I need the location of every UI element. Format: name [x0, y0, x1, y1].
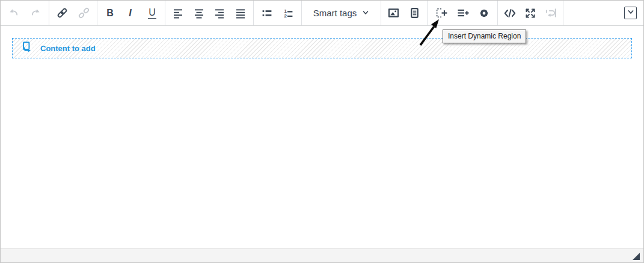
document-icon	[408, 7, 421, 19]
repeat-region-button[interactable]	[542, 4, 559, 22]
dynamic-region-label: Content to add	[40, 44, 96, 53]
resize-triangle-icon[interactable]	[633, 253, 640, 260]
redo-icon	[29, 7, 41, 19]
align-center-icon	[193, 7, 205, 19]
align-right-icon	[213, 7, 225, 19]
toolbar-group-links	[49, 1, 97, 25]
editor-statusbar	[1, 249, 643, 262]
rich-text-editor: B I U	[0, 0, 644, 263]
settings-gear-icon	[478, 7, 490, 19]
toolbar-collapse-icon	[627, 8, 635, 18]
numbered-list-button[interactable]: 1 2	[280, 4, 296, 22]
toolbar-group-lists: 1 2	[254, 1, 302, 25]
toolbar-group-text-style: B I U	[97, 1, 165, 25]
bold-icon: B	[106, 8, 114, 18]
undo-icon	[8, 7, 20, 19]
fullscreen-button[interactable]	[522, 4, 539, 22]
bullet-list-icon	[261, 7, 273, 19]
svg-text:2: 2	[284, 13, 287, 18]
dynamic-region-placeholder[interactable]: Content to add	[12, 38, 632, 58]
insert-document-button[interactable]	[406, 4, 423, 22]
link-button[interactable]	[54, 4, 71, 22]
insert-dynamic-region-button[interactable]	[432, 4, 449, 22]
undo-button[interactable]	[5, 4, 22, 22]
unlink-button[interactable]	[75, 4, 92, 22]
align-justify-button[interactable]	[232, 4, 249, 22]
chevron-down-icon	[362, 8, 369, 19]
underline-button[interactable]: U	[144, 4, 161, 22]
unlink-icon	[78, 7, 90, 19]
toolbar-group-dynamic-region	[428, 1, 498, 25]
align-left-button[interactable]	[170, 4, 186, 22]
tooltip-text: Insert Dynamic Region	[448, 32, 521, 40]
settings-button[interactable]	[476, 4, 492, 22]
toolbar-group-smart-tags: Smart tags	[302, 1, 381, 25]
smart-tags-dropdown[interactable]: Smart tags	[310, 5, 373, 21]
toolbar-collapse-button[interactable]	[624, 7, 637, 19]
toolbar-group-overflow	[563, 1, 643, 25]
insert-dynamic-region-icon	[435, 7, 447, 19]
insert-image-button[interactable]	[385, 4, 402, 22]
content-page-arrow-icon	[20, 41, 32, 55]
numbered-list-icon: 1 2	[282, 7, 294, 19]
toolbar-group-view	[498, 1, 563, 25]
insert-list-icon	[456, 7, 469, 19]
source-code-icon	[503, 7, 517, 19]
editor-toolbar: B I U	[1, 1, 643, 26]
image-icon	[387, 7, 400, 19]
align-left-icon	[172, 7, 184, 19]
underline-icon: U	[148, 8, 156, 19]
align-justify-icon	[235, 7, 247, 19]
bullet-list-button[interactable]	[259, 4, 275, 22]
toolbar-group-history	[1, 1, 49, 25]
align-right-button[interactable]	[211, 4, 228, 22]
italic-button[interactable]: I	[123, 4, 140, 22]
bold-button[interactable]: B	[102, 4, 118, 22]
redo-button[interactable]	[27, 4, 44, 22]
smart-tags-label: Smart tags	[313, 8, 357, 18]
align-center-button[interactable]	[191, 4, 207, 22]
toolbar-group-media	[381, 1, 428, 25]
insert-list-button[interactable]	[454, 4, 471, 22]
italic-icon: I	[129, 8, 133, 18]
fullscreen-icon	[524, 7, 536, 19]
source-code-button[interactable]	[501, 4, 518, 22]
link-icon	[56, 7, 69, 19]
editor-content-area[interactable]: Content to add	[1, 26, 643, 249]
tooltip-insert-dynamic-region: Insert Dynamic Region	[443, 29, 526, 43]
toolbar-group-alignment	[165, 1, 254, 25]
repeat-icon	[545, 7, 557, 19]
